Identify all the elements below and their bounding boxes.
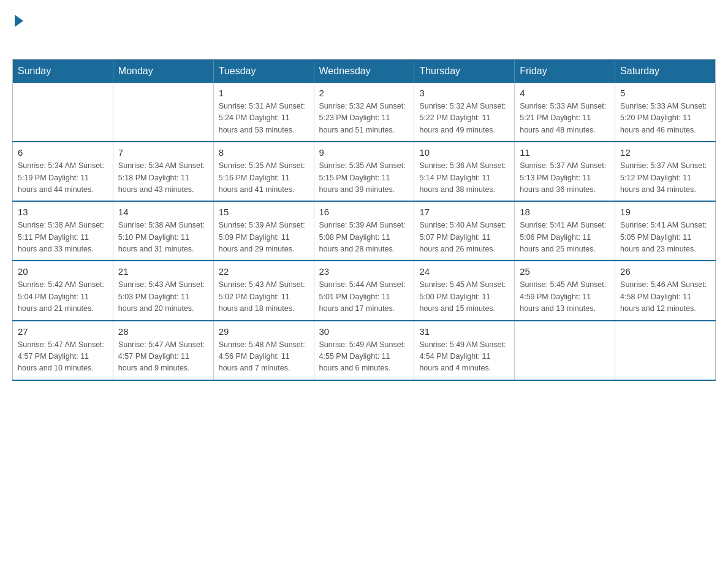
day-number: 31 — [419, 326, 509, 337]
day-info: Sunrise: 5:33 AM Sunset: 5:21 PM Dayligh… — [520, 101, 610, 136]
day-info: Sunrise: 5:45 AM Sunset: 4:59 PM Dayligh… — [520, 279, 610, 315]
day-info: Sunrise: 5:39 AM Sunset: 5:09 PM Dayligh… — [219, 220, 309, 255]
calendar-day-cell: 6Sunrise: 5:34 AM Sunset: 5:19 PM Daylig… — [13, 142, 113, 201]
day-info: Sunrise: 5:39 AM Sunset: 5:08 PM Dayligh… — [319, 220, 409, 255]
calendar-day-cell: 17Sunrise: 5:40 AM Sunset: 5:07 PM Dayli… — [414, 201, 515, 261]
day-info: Sunrise: 5:32 AM Sunset: 5:22 PM Dayligh… — [419, 101, 509, 136]
day-info: Sunrise: 5:46 AM Sunset: 4:58 PM Dayligh… — [620, 279, 710, 315]
day-info: Sunrise: 5:49 AM Sunset: 4:54 PM Dayligh… — [419, 339, 509, 375]
day-number: 4 — [520, 88, 610, 98]
day-info: Sunrise: 5:47 AM Sunset: 4:57 PM Dayligh… — [18, 339, 108, 375]
calendar-week-row: 20Sunrise: 5:42 AM Sunset: 5:04 PM Dayli… — [13, 261, 716, 320]
calendar-day-cell: 9Sunrise: 5:35 AM Sunset: 5:15 PM Daylig… — [314, 142, 414, 201]
calendar-day-cell: 7Sunrise: 5:34 AM Sunset: 5:18 PM Daylig… — [113, 142, 213, 201]
calendar-day-cell: 1Sunrise: 5:31 AM Sunset: 5:24 PM Daylig… — [213, 83, 314, 142]
page-header — [12, 12, 716, 47]
calendar-week-row: 13Sunrise: 5:38 AM Sunset: 5:11 PM Dayli… — [13, 201, 716, 261]
calendar-day-cell: 29Sunrise: 5:48 AM Sunset: 4:56 PM Dayli… — [213, 321, 314, 380]
logo — [12, 12, 23, 47]
day-number: 27 — [18, 326, 108, 337]
day-info: Sunrise: 5:34 AM Sunset: 5:19 PM Dayligh… — [18, 160, 108, 196]
day-info: Sunrise: 5:48 AM Sunset: 4:56 PM Dayligh… — [219, 339, 309, 375]
calendar-day-cell: 18Sunrise: 5:41 AM Sunset: 5:06 PM Dayli… — [515, 201, 615, 261]
day-number: 24 — [419, 266, 509, 277]
day-info: Sunrise: 5:33 AM Sunset: 5:20 PM Dayligh… — [620, 101, 710, 136]
day-info: Sunrise: 5:32 AM Sunset: 5:23 PM Dayligh… — [319, 101, 409, 136]
calendar-week-row: 27Sunrise: 5:47 AM Sunset: 4:57 PM Dayli… — [13, 321, 716, 380]
day-number: 15 — [219, 207, 309, 217]
calendar-day-cell: 20Sunrise: 5:42 AM Sunset: 5:04 PM Dayli… — [13, 261, 113, 320]
day-number: 14 — [118, 207, 208, 217]
day-of-week-header: Wednesday — [314, 59, 414, 83]
day-number: 30 — [319, 326, 409, 337]
calendar-day-cell: 8Sunrise: 5:35 AM Sunset: 5:16 PM Daylig… — [213, 142, 314, 201]
day-number: 25 — [520, 266, 610, 277]
calendar-day-cell — [13, 83, 113, 142]
day-number: 9 — [319, 147, 409, 158]
day-info: Sunrise: 5:41 AM Sunset: 5:06 PM Dayligh… — [520, 220, 610, 255]
day-info: Sunrise: 5:34 AM Sunset: 5:18 PM Dayligh… — [118, 160, 208, 196]
day-number: 22 — [219, 266, 309, 277]
day-info: Sunrise: 5:38 AM Sunset: 5:10 PM Dayligh… — [118, 220, 208, 255]
calendar-day-cell — [113, 83, 213, 142]
day-info: Sunrise: 5:42 AM Sunset: 5:04 PM Dayligh… — [18, 279, 108, 315]
day-info: Sunrise: 5:43 AM Sunset: 5:03 PM Dayligh… — [118, 279, 208, 315]
day-number: 13 — [18, 207, 108, 217]
day-info: Sunrise: 5:31 AM Sunset: 5:24 PM Dayligh… — [219, 101, 309, 136]
day-info: Sunrise: 5:43 AM Sunset: 5:02 PM Dayligh… — [219, 279, 309, 315]
day-info: Sunrise: 5:37 AM Sunset: 5:12 PM Dayligh… — [620, 160, 710, 196]
day-number: 10 — [419, 147, 509, 158]
day-of-week-header: Tuesday — [213, 59, 314, 83]
day-info: Sunrise: 5:47 AM Sunset: 4:57 PM Dayligh… — [118, 339, 208, 375]
day-of-week-header: Thursday — [414, 59, 515, 83]
day-of-week-header: Saturday — [615, 59, 716, 83]
calendar-day-cell: 31Sunrise: 5:49 AM Sunset: 4:54 PM Dayli… — [414, 321, 515, 380]
day-number: 29 — [219, 326, 309, 337]
day-number: 6 — [18, 147, 108, 158]
day-info: Sunrise: 5:36 AM Sunset: 5:14 PM Dayligh… — [419, 160, 509, 196]
calendar-day-cell: 13Sunrise: 5:38 AM Sunset: 5:11 PM Dayli… — [13, 201, 113, 261]
day-number: 26 — [620, 266, 710, 277]
calendar-day-cell: 11Sunrise: 5:37 AM Sunset: 5:13 PM Dayli… — [515, 142, 615, 201]
day-info: Sunrise: 5:35 AM Sunset: 5:15 PM Dayligh… — [319, 160, 409, 196]
day-info: Sunrise: 5:37 AM Sunset: 5:13 PM Dayligh… — [520, 160, 610, 196]
calendar-header: SundayMondayTuesdayWednesdayThursdayFrid… — [13, 59, 716, 83]
day-of-week-header: Sunday — [13, 59, 113, 83]
day-number: 7 — [118, 147, 208, 158]
calendar-day-cell: 4Sunrise: 5:33 AM Sunset: 5:21 PM Daylig… — [515, 83, 615, 142]
day-number: 28 — [118, 326, 208, 337]
logo-arrow-icon — [15, 15, 23, 27]
calendar-day-cell: 25Sunrise: 5:45 AM Sunset: 4:59 PM Dayli… — [515, 261, 615, 320]
calendar-day-cell: 15Sunrise: 5:39 AM Sunset: 5:09 PM Dayli… — [213, 201, 314, 261]
days-of-week-row: SundayMondayTuesdayWednesdayThursdayFrid… — [13, 59, 716, 83]
day-number: 3 — [419, 88, 509, 98]
calendar-day-cell: 16Sunrise: 5:39 AM Sunset: 5:08 PM Dayli… — [314, 201, 414, 261]
day-number: 8 — [219, 147, 309, 158]
day-info: Sunrise: 5:45 AM Sunset: 5:00 PM Dayligh… — [419, 279, 509, 315]
calendar-day-cell: 5Sunrise: 5:33 AM Sunset: 5:20 PM Daylig… — [615, 83, 716, 142]
calendar-table: SundayMondayTuesdayWednesdayThursdayFrid… — [12, 59, 716, 381]
calendar-day-cell: 14Sunrise: 5:38 AM Sunset: 5:10 PM Dayli… — [113, 201, 213, 261]
day-number: 11 — [520, 147, 610, 158]
day-info: Sunrise: 5:38 AM Sunset: 5:11 PM Dayligh… — [18, 220, 108, 255]
calendar-day-cell — [615, 321, 716, 380]
day-number: 12 — [620, 147, 710, 158]
day-info: Sunrise: 5:41 AM Sunset: 5:05 PM Dayligh… — [620, 220, 710, 255]
day-number: 19 — [620, 207, 710, 217]
calendar-day-cell — [515, 321, 615, 380]
calendar-day-cell: 21Sunrise: 5:43 AM Sunset: 5:03 PM Dayli… — [113, 261, 213, 320]
day-number: 20 — [18, 266, 108, 277]
calendar-day-cell: 10Sunrise: 5:36 AM Sunset: 5:14 PM Dayli… — [414, 142, 515, 201]
calendar-day-cell: 12Sunrise: 5:37 AM Sunset: 5:12 PM Dayli… — [615, 142, 716, 201]
calendar-day-cell: 30Sunrise: 5:49 AM Sunset: 4:55 PM Dayli… — [314, 321, 414, 380]
calendar-day-cell: 23Sunrise: 5:44 AM Sunset: 5:01 PM Dayli… — [314, 261, 414, 320]
day-number: 23 — [319, 266, 409, 277]
day-number: 18 — [520, 207, 610, 217]
calendar-day-cell: 2Sunrise: 5:32 AM Sunset: 5:23 PM Daylig… — [314, 83, 414, 142]
day-number: 2 — [319, 88, 409, 98]
day-info: Sunrise: 5:44 AM Sunset: 5:01 PM Dayligh… — [319, 279, 409, 315]
day-number: 5 — [620, 88, 710, 98]
calendar-day-cell: 19Sunrise: 5:41 AM Sunset: 5:05 PM Dayli… — [615, 201, 716, 261]
day-info: Sunrise: 5:35 AM Sunset: 5:16 PM Dayligh… — [219, 160, 309, 196]
day-of-week-header: Friday — [515, 59, 615, 83]
